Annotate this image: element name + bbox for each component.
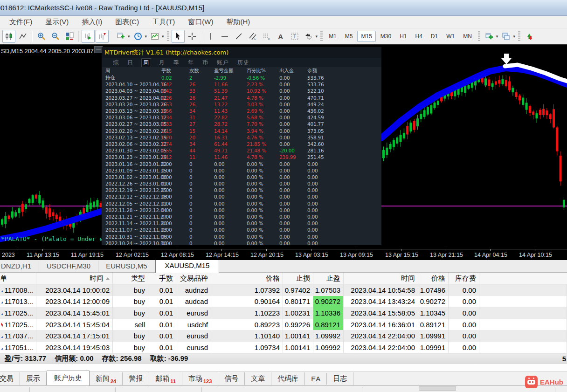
timeframe-MN[interactable]: MN — [459, 31, 476, 42]
bottom-scroll-thumb[interactable] — [419, 386, 456, 391]
stats-tab-历史[interactable]: 历史 — [237, 59, 249, 67]
cascade-windows-caret[interactable]: ▾ — [513, 34, 515, 39]
timeframe-M30[interactable]: M30 — [377, 31, 395, 42]
zoom-out-icon[interactable] — [49, 30, 62, 43]
terminal-tab-展示[interactable]: 展示 — [20, 372, 47, 385]
cursor-tool-icon[interactable] — [172, 30, 185, 43]
table-header-row: 单时间类型手数交易品种价格止损止盈时间价格库存费 — [0, 273, 567, 284]
terminal-tab-EA[interactable]: EA — [305, 373, 327, 385]
col-header-1[interactable]: 时间 — [36, 273, 113, 284]
stats-tab-季[interactable]: 季 — [173, 59, 180, 67]
col-header-2[interactable]: 类型 — [113, 273, 148, 284]
timeframe-W1[interactable]: W1 — [443, 31, 458, 42]
timeframe-H4[interactable]: H4 — [412, 31, 426, 42]
timeframe-H1[interactable]: H1 — [396, 31, 410, 42]
text-tool-icon[interactable]: A — [274, 30, 287, 43]
trendline-tool-icon[interactable] — [232, 30, 245, 43]
history-row[interactable]: 117025...2023.04.14 15:45:04sell0.01usdc… — [0, 319, 567, 330]
col-header-4[interactable]: 交易品种 — [176, 273, 211, 284]
history-row[interactable]: 117037...2023.04.14 17:15:01buy0.01eurus… — [0, 330, 567, 342]
col-header-9[interactable]: 价格 — [418, 273, 449, 284]
history-row[interactable]: 117051...2023.04.14 19:45:03buy0.01eurus… — [0, 342, 567, 353]
terminal-tab-交易[interactable]: 交易 — [0, 372, 20, 385]
text-label-tool-icon[interactable]: T — [288, 30, 301, 43]
crosshair-tool-icon[interactable] — [186, 30, 199, 43]
col-header-5[interactable]: 价格 — [211, 273, 283, 284]
timeframe-M1[interactable]: M1 — [325, 31, 340, 42]
col-header-3[interactable]: 手数 — [148, 273, 176, 284]
chart-shift-icon[interactable] — [96, 30, 109, 43]
stats-tab-日[interactable]: 日 — [127, 59, 133, 67]
indicator-comment: *PALATO* - (Palato = Under eart — [1, 235, 114, 242]
indicators-icon[interactable] — [148, 30, 161, 43]
periods-caret[interactable]: ▾ — [145, 34, 147, 39]
col-header-0[interactable]: 单 — [0, 273, 36, 284]
stats-tab-年[interactable]: 年 — [188, 59, 194, 67]
stats-tab-综[interactable]: 综 — [113, 59, 119, 67]
chart-tab-USDCHF,M30[interactable]: USDCHF,M30 — [39, 261, 98, 272]
terminal-tab-日志[interactable]: 日志 — [327, 372, 353, 385]
col-header-7[interactable]: 止盈 — [313, 273, 344, 284]
col-header-6[interactable]: 止损 — [283, 273, 313, 284]
timeframe-D1[interactable]: D1 — [427, 31, 442, 42]
stats-tab-币[interactable]: 币 — [202, 59, 208, 67]
indicators-caret[interactable]: ▾ — [162, 34, 164, 39]
menu-bar: 文件(F)显示(V)插入(I)图表(C)工具(T)窗口(W)帮助(H) — [0, 16, 567, 28]
horizontal-line-tool-icon[interactable] — [218, 30, 231, 43]
history-row[interactable]: 117025...2023.04.14 15:45:01buy0.01eurus… — [0, 307, 567, 319]
timeframe-M15[interactable]: M15 — [357, 31, 375, 42]
menu-窗口W[interactable]: 窗口(W) — [181, 17, 220, 28]
menu-帮助H[interactable]: 帮助(H) — [220, 17, 256, 28]
arrows-tool-icon[interactable] — [302, 30, 315, 43]
stats-tab-周[interactable]: 周 — [142, 59, 151, 67]
channel-tool-icon[interactable]: E — [246, 30, 259, 43]
summary-取款: 取款: -36.99 — [150, 354, 188, 363]
new-order-icon[interactable] — [114, 30, 127, 43]
col-header-10[interactable]: 库存费 — [449, 273, 479, 284]
terminal-tab-账户历史[interactable]: 账户历史 — [47, 371, 90, 386]
stats-row: 2023.03.06 ~ 2023.03.120.343122.825.68 %… — [102, 114, 381, 121]
line-view-icon[interactable] — [16, 30, 29, 43]
toolbar: ▾ ▾ ▾ E F A T ▾ M1M5M15M30H1H4D1W1MN ▾ ▾ — [0, 28, 567, 45]
menu-显示V[interactable]: 显示(V) — [39, 17, 75, 28]
time-tick-label: 14 Apr 04:15 — [474, 252, 507, 258]
history-row[interactable]: 117008...2023.04.14 10:00:02buy0.01audnz… — [0, 284, 567, 296]
buy-sell-arrows-icon[interactable] — [523, 30, 536, 43]
eahub-watermark: EAHub — [525, 376, 563, 388]
menu-图表C[interactable]: 图表(C) — [109, 17, 145, 28]
stats-tab-月[interactable]: 月 — [159, 59, 165, 67]
auto-scroll-icon[interactable] — [82, 30, 95, 43]
candles-view-icon[interactable] — [2, 30, 15, 43]
chart-area[interactable]: down-arrow-signal SD,M15 2004.44 2005.20… — [0, 45, 567, 260]
arrows-tool-caret[interactable]: ▾ — [316, 34, 318, 39]
menu-插入I[interactable]: 插入(I) — [75, 17, 109, 28]
terminal-tab-信号[interactable]: 信号 — [218, 372, 245, 385]
timeframe-M5[interactable]: M5 — [341, 31, 357, 42]
new-order-caret[interactable]: ▾ — [128, 34, 130, 39]
col-header-8[interactable]: 时间 — [344, 273, 418, 284]
terminal-tab-代码库[interactable]: 代码库 — [271, 372, 305, 385]
tile-windows-icon[interactable] — [63, 30, 76, 43]
chart-tab-EURUSD,M5[interactable]: EURUSD,M5 — [98, 261, 155, 272]
menu-文件F[interactable]: 文件(F) — [3, 17, 39, 28]
summary-信用额: 信用额: 0.00 — [55, 354, 93, 363]
terminal-tab-警报[interactable]: 警报 — [123, 372, 149, 385]
terminal-tab-文章[interactable]: 文章 — [245, 372, 271, 385]
cascade-windows-icon[interactable] — [499, 30, 512, 43]
terminal-tab-新闻[interactable]: 新闻24 — [90, 372, 123, 385]
chart-tab-XAUUSD,M15[interactable]: XAUUSD,M15 — [155, 259, 220, 273]
fibonacci-tool-icon[interactable]: F — [260, 30, 273, 43]
periods-clock-icon[interactable] — [131, 30, 145, 43]
vertical-line-tool-icon[interactable] — [204, 30, 217, 43]
add-chart-icon[interactable] — [483, 30, 496, 43]
history-row[interactable]: 117013...2023.04.14 12:00:09buy0.01audca… — [0, 296, 567, 308]
time-axis[interactable]: 202311 Apr 13:1511 Apr 19:1512 Apr 02:15… — [0, 249, 567, 260]
terminal-tab-邮箱[interactable]: 邮箱11 — [149, 372, 182, 385]
menu-工具T[interactable]: 工具(T) — [145, 17, 181, 28]
terminal-tab-市场[interactable]: 市场123 — [182, 372, 218, 385]
eahub-name: EAHub — [540, 378, 563, 386]
chart-tab-DNZD,H1[interactable]: DNZD,H1 — [0, 261, 39, 272]
zoom-in-icon[interactable] — [35, 30, 48, 43]
add-chart-caret[interactable]: ▾ — [496, 34, 498, 39]
stats-tab-账户[interactable]: 账户 — [217, 59, 229, 67]
